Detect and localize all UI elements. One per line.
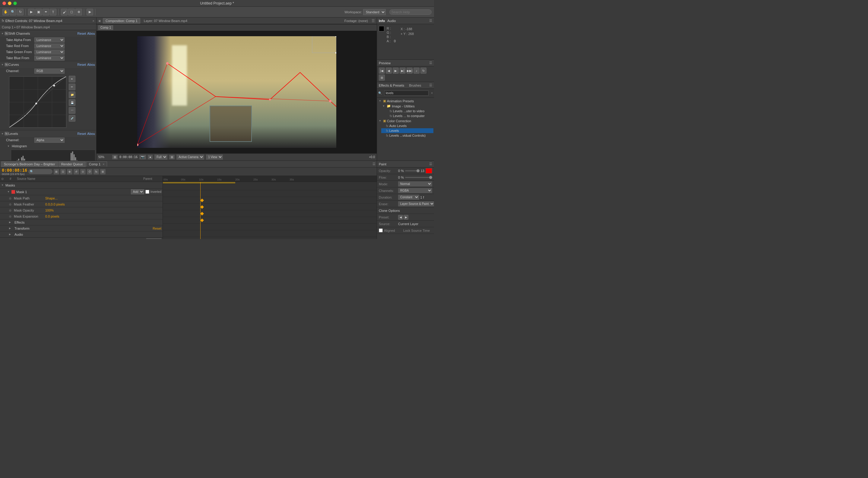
- paint-color-swatch[interactable]: [426, 168, 432, 174]
- curves-folder-icon[interactable]: 📁: [69, 91, 75, 98]
- camera-btn[interactable]: 📷: [140, 155, 146, 159]
- curves-smooth-icon[interactable]: 〰: [69, 107, 75, 114]
- quality-select[interactable]: Full: [154, 154, 167, 160]
- levels-reset[interactable]: Reset: [78, 132, 86, 136]
- eraser-tool[interactable]: ◻: [68, 9, 75, 16]
- effects-expand[interactable]: ▶: [9, 221, 13, 223]
- playback-btn[interactable]: ▶: [87, 9, 93, 16]
- keyframe-expansion[interactable]: [200, 218, 204, 222]
- render-queue-tab[interactable]: Render Queue: [59, 161, 86, 167]
- image-utilities-folder[interactable]: ▼ 📁 Image - Utilities: [381, 103, 433, 109]
- paint-duration-select[interactable]: Constant: [398, 195, 419, 200]
- pen-tool[interactable]: ✒: [42, 9, 49, 16]
- mask-feather-value[interactable]: 0.0,0.0 pixels: [45, 203, 65, 206]
- ep-panel-menu[interactable]: ☰: [429, 83, 432, 87]
- curves-about[interactable]: Abou: [87, 63, 95, 66]
- effects-search-input[interactable]: [384, 91, 429, 96]
- brush-tool[interactable]: 🖌: [61, 9, 67, 16]
- shift-channels-about[interactable]: Abou: [87, 32, 95, 35]
- panel-close-icon[interactable]: ×: [93, 19, 94, 23]
- current-time-display[interactable]: 0:00:08:16: [2, 168, 27, 173]
- paint-panel-menu[interactable]: ☰: [429, 162, 432, 166]
- next-frame-btn[interactable]: ▶|: [400, 68, 406, 73]
- curves-pencil-tool[interactable]: ✏: [69, 84, 75, 90]
- levels-header[interactable]: ▼ fx Levels Reset Abou: [0, 130, 96, 137]
- curves-reset[interactable]: Reset: [78, 63, 86, 66]
- curves-channel-select[interactable]: RGB: [34, 68, 65, 73]
- close-button[interactable]: [2, 1, 6, 5]
- tl-ctrl-btn5[interactable]: ⊙: [80, 169, 86, 174]
- curves-pen-tool[interactable]: ✒: [69, 76, 75, 82]
- zoom-tool[interactable]: 🔍: [10, 9, 16, 16]
- paint-flow-thumb[interactable]: [429, 176, 432, 179]
- viewport-container[interactable]: [96, 31, 377, 153]
- rotate-tool[interactable]: ↻: [17, 9, 24, 16]
- shape-tool[interactable]: ▣: [35, 9, 42, 16]
- minimize-button[interactable]: [8, 1, 11, 5]
- audio-btn[interactable]: ♪: [413, 68, 420, 73]
- view-select[interactable]: 1 View: [206, 154, 223, 160]
- timeline-menu[interactable]: ☰: [372, 162, 375, 166]
- levels-individual-item[interactable]: fx Levels ...vidual Controls): [381, 133, 433, 138]
- comp1-tab[interactable]: Comp 1: [98, 25, 113, 30]
- comp-panel-menu[interactable]: ☰: [372, 19, 375, 23]
- audio-tab[interactable]: Audio: [387, 19, 396, 23]
- curves-save-icon[interactable]: 💾: [69, 99, 75, 106]
- maximize-button[interactable]: [13, 1, 17, 5]
- preset-btn-2[interactable]: ▶: [404, 215, 408, 220]
- bedroom-day-tab[interactable]: Scrooge's Bedroom Day – Brighter: [1, 161, 58, 167]
- track-area[interactable]: 00s 05s 10s 15s 20s 25s 30s 35s: [163, 176, 377, 239]
- layer2-blend-select[interactable]: None: [146, 238, 161, 239]
- mask-path-value[interactable]: Shape...: [45, 197, 58, 200]
- levels-uter-to-video-item[interactable]: fx Levels ...uter to video: [385, 109, 433, 114]
- quality-btn[interactable]: ●: [148, 155, 153, 159]
- levels-item[interactable]: fx Levels: [381, 128, 433, 133]
- tl-ctrl-btn7[interactable]: fx: [93, 169, 99, 174]
- audio-expand[interactable]: ▶: [9, 233, 13, 236]
- playhead[interactable]: [200, 182, 200, 239]
- levels-to-computer-item[interactable]: fx Levels ... to computer: [385, 114, 433, 118]
- color-correction-folder[interactable]: ▼ ▣ Color Correction: [378, 118, 433, 123]
- first-frame-btn[interactable]: |◀: [379, 68, 385, 73]
- paint-opacity-slider[interactable]: [405, 170, 420, 171]
- keyframe-marker[interactable]: [200, 199, 204, 202]
- mask1-inverted-check[interactable]: [145, 190, 149, 194]
- curves-eye-dropper-icon[interactable]: 💉: [69, 115, 75, 122]
- select-tool[interactable]: ▶: [28, 9, 35, 16]
- play-btn[interactable]: ▶: [393, 68, 399, 73]
- transform-reset[interactable]: Reset: [153, 227, 161, 230]
- mask1-expand[interactable]: ▼: [7, 190, 10, 193]
- ep-brushes-tab[interactable]: Brushes: [409, 84, 421, 87]
- comp1-timeline-tab[interactable]: Comp 1 ×: [86, 161, 107, 167]
- preset-btn-1[interactable]: ◀: [398, 215, 403, 220]
- paint-mode-select[interactable]: Normal: [398, 181, 432, 186]
- paint-opacity-thumb[interactable]: [416, 169, 420, 172]
- mask-expansion-value[interactable]: 0.0 pixels: [45, 214, 59, 218]
- mask1-blend-select[interactable]: Add: [131, 189, 144, 195]
- tl-ctrl-btn8[interactable]: ⊞: [100, 169, 105, 174]
- comp1-tab-close[interactable]: ×: [102, 163, 104, 166]
- transform-expand[interactable]: ▶: [9, 227, 13, 230]
- paint-aligned-check[interactable]: [379, 229, 383, 232]
- stamp-tool[interactable]: ⊕: [75, 9, 82, 16]
- masks-expand[interactable]: ▼: [1, 184, 4, 186]
- keyframe-opacity[interactable]: [200, 212, 204, 215]
- camera-view-select[interactable]: Active Camera: [177, 154, 204, 160]
- workspace-select[interactable]: Standard: [363, 9, 386, 15]
- resolution-btn[interactable]: ⊞: [379, 74, 385, 81]
- mask-opacity-value[interactable]: 100%: [45, 209, 54, 212]
- animation-presets-folder[interactable]: ▼ ▣ Animation Presets: [378, 98, 433, 103]
- fit-view-btn[interactable]: ⊞: [112, 155, 118, 159]
- paint-flow-slider[interactable]: [405, 177, 432, 178]
- tl-ctrl-btn6[interactable]: ⏱: [87, 169, 92, 174]
- levels-about[interactable]: Abou: [87, 132, 95, 136]
- tl-ctrl-btn4[interactable]: ↺: [73, 169, 79, 174]
- take-red-select[interactable]: Luminance: [34, 43, 65, 49]
- curves-header[interactable]: ▼ fx Curves Reset Abou: [0, 61, 96, 68]
- tl-ctrl-btn1[interactable]: ⊞: [54, 169, 59, 174]
- shift-channels-header[interactable]: ▼ fx Shift Channels Reset Abou: [0, 30, 96, 37]
- paint-channels-select[interactable]: RGBA: [398, 188, 432, 193]
- take-green-select[interactable]: Luminance: [34, 50, 65, 55]
- tl-ctrl-btn2[interactable]: ⊡: [60, 169, 66, 174]
- info-tab[interactable]: Info: [379, 19, 385, 23]
